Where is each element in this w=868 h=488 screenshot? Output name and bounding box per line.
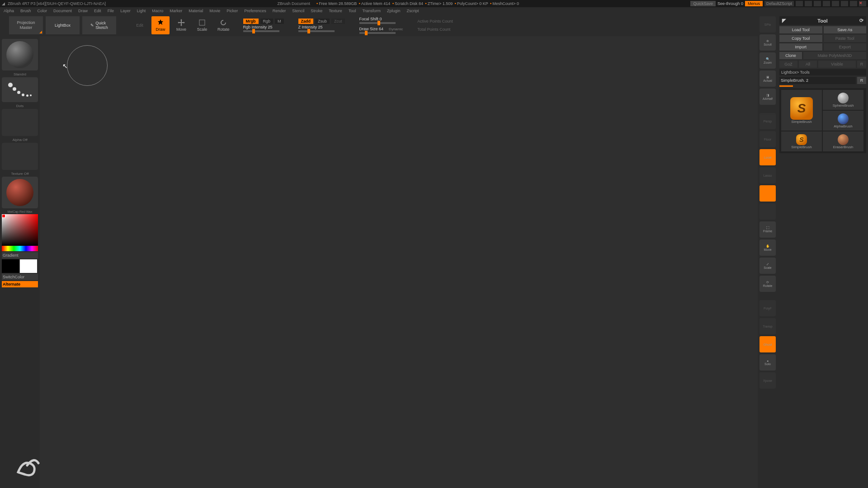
copy-tool-button[interactable]: Copy Tool <box>779 35 822 42</box>
menu-light[interactable]: Light <box>137 9 146 13</box>
menu-movie[interactable]: Movie <box>209 9 220 13</box>
menu-zscript[interactable]: Zscript <box>407 9 419 13</box>
win-icon-5[interactable] <box>832 1 839 6</box>
menu-stroke[interactable]: Stroke <box>311 9 322 13</box>
seethrough-slider[interactable]: See-through 0 <box>717 1 743 6</box>
quick-sketch-button[interactable]: ✎ Quick Sketch <box>82 16 116 34</box>
solo-button[interactable]: ●Solo <box>760 354 776 371</box>
win-icon-4[interactable] <box>823 1 830 6</box>
dynamic-toggle[interactable]: Dynamic <box>389 27 403 31</box>
canvas[interactable]: ↖ <box>40 36 758 488</box>
color-picker[interactable] <box>2 214 38 251</box>
texture-swatch[interactable] <box>2 143 38 170</box>
default-zscript[interactable]: DefaultZScript <box>764 1 794 6</box>
menu-stencil[interactable]: Stencil <box>292 9 304 13</box>
menu-alpha[interactable]: Alpha <box>4 9 14 13</box>
tool-spherebrush[interactable]: SphereBrush <box>823 90 863 110</box>
menus-button[interactable]: Menus <box>745 1 763 6</box>
maximize-icon[interactable] <box>850 1 857 6</box>
canvas-rotate-button[interactable]: ⟳Rotate <box>760 276 776 292</box>
rotate-button[interactable]: Rotate <box>214 16 233 34</box>
m-button[interactable]: M <box>275 19 284 24</box>
rgb-intensity-slider[interactable]: Rgb Intensity 25 <box>243 25 284 29</box>
zoom-button[interactable]: 🔍Zoom <box>760 52 776 69</box>
aahalf-button[interactable]: ◨AAHalf <box>760 89 776 105</box>
transp-button[interactable]: Transp <box>760 318 776 334</box>
lasso-button[interactable]: Lasso <box>760 167 776 183</box>
persp-button[interactable]: Persp <box>760 113 776 129</box>
quicksave-button[interactable]: QuickSave <box>690 1 716 6</box>
goz-button[interactable]: GoZ <box>779 61 797 68</box>
menu-file[interactable]: File <box>108 9 114 13</box>
material-swatch[interactable] <box>2 177 38 208</box>
tool-r-button[interactable]: R <box>857 77 866 84</box>
color-swatches[interactable] <box>2 259 38 273</box>
win-icon-3[interactable] <box>814 1 821 6</box>
spix-button[interactable]: SPix <box>760 16 776 33</box>
menu-render[interactable]: Render <box>273 9 286 13</box>
paste-tool-button[interactable]: Paste Tool <box>824 35 867 42</box>
clone-button[interactable]: Clone <box>779 52 802 59</box>
import-button[interactable]: Import <box>779 43 822 51</box>
projection-master-button[interactable]: Projection Master <box>9 16 43 34</box>
menu-document[interactable]: Document <box>53 9 72 13</box>
goz-r-button[interactable]: R <box>857 61 866 68</box>
zcut-button[interactable]: Zcut <box>331 19 345 24</box>
ghost-button[interactable]: Ghost <box>760 336 776 352</box>
floor-button[interactable]: Floor <box>760 131 776 147</box>
menu-brush[interactable]: Brush <box>20 9 31 13</box>
win-icon-2[interactable] <box>805 1 812 6</box>
load-tool-button[interactable]: Load Tool <box>779 26 822 33</box>
frame-button[interactable]: ⛶Frame <box>760 221 776 238</box>
lightbox-tools-header[interactable]: Lightbox> Tools <box>779 69 866 75</box>
mrgb-button[interactable]: Mrgb <box>243 19 259 24</box>
draw-button[interactable]: Draw <box>151 16 170 34</box>
zsub-button[interactable]: Zsub <box>315 19 330 24</box>
scale-button[interactable]: Scale <box>193 16 211 34</box>
move-button[interactable]: Move <box>172 16 190 34</box>
menu-material[interactable]: Material <box>189 9 203 13</box>
goz-all-button[interactable]: All <box>799 61 817 68</box>
close-icon[interactable]: ✕ <box>859 1 866 6</box>
menu-marker[interactable]: Marker <box>170 9 182 13</box>
tool-alphabrush[interactable]: AlphaBrush <box>823 111 863 131</box>
refresh-icon[interactable]: ⟳ <box>859 18 863 23</box>
gradient-button[interactable]: Gradient <box>2 252 38 258</box>
win-icon-1[interactable] <box>796 1 803 6</box>
menu-macro[interactable]: Macro <box>152 9 163 13</box>
draw-size-slider[interactable]: Draw Size 64 <box>359 27 384 31</box>
menu-edit[interactable]: Edit <box>94 9 101 13</box>
menu-draw[interactable]: Draw <box>78 9 88 13</box>
alternate-button[interactable]: Alternate <box>2 281 38 287</box>
stroke-swatch[interactable] <box>2 77 38 102</box>
dim-button-1[interactable] <box>760 203 776 220</box>
export-button[interactable]: Export <box>824 43 867 51</box>
menu-zplugin[interactable]: Zplugin <box>387 9 401 13</box>
canvas-scale-button[interactable]: ⤢Scale <box>760 258 776 274</box>
tool-simplebrush-small[interactable]: S SimpleBrush <box>781 131 822 151</box>
menu-transform[interactable]: Transform <box>362 9 381 13</box>
xpose-button[interactable]: Xpose <box>760 372 776 389</box>
local-button[interactable]: Local <box>760 149 776 165</box>
alpha-swatch[interactable] <box>2 109 38 136</box>
canvas-move-button[interactable]: ✋Move <box>760 239 776 256</box>
goz-visible-button[interactable]: Visible <box>818 61 856 68</box>
menu-color[interactable]: Color <box>38 9 47 13</box>
actual-button[interactable]: ▣Actual <box>760 70 776 87</box>
tool-simplebrush-large[interactable]: S SimpleBrush <box>781 90 822 131</box>
focal-shift-slider[interactable]: Focal Shift 0 <box>359 17 403 21</box>
z-intensity-slider[interactable]: Z Intensity 25 <box>298 25 345 29</box>
save-as-button[interactable]: Save As <box>824 26 867 33</box>
polyf-button[interactable]: PolyF <box>760 300 776 316</box>
tool-eraserbrush[interactable]: EraserBrush <box>823 131 863 151</box>
tool-panel-header[interactable]: ◤ Tool ⟳ <box>779 16 866 25</box>
menu-preferences[interactable]: Preferences <box>244 9 266 13</box>
make-polymesh-button[interactable]: Make PolyMesh3D <box>803 52 866 59</box>
switchcolor-button[interactable]: SwitchColor <box>2 274 38 280</box>
menu-picker[interactable]: Picker <box>226 9 238 13</box>
edit-button[interactable]: Edit <box>131 16 149 34</box>
current-tool-name[interactable]: SimpleBrush. 2 <box>779 77 856 84</box>
brush-swatch[interactable] <box>2 39 38 70</box>
rgb-button[interactable]: Rgb <box>260 19 274 24</box>
menu-texture[interactable]: Texture <box>329 9 342 13</box>
